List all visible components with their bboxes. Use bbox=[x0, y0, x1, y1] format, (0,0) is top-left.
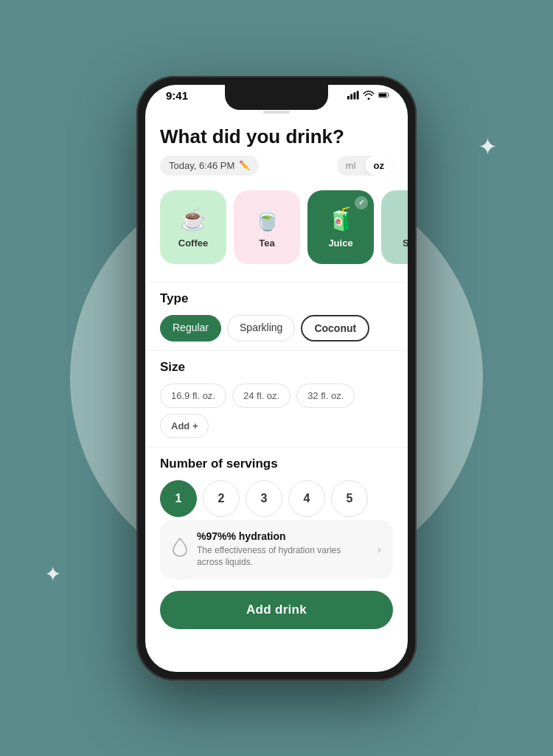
svg-rect-5 bbox=[379, 94, 386, 97]
coffee-icon: ☕ bbox=[180, 206, 207, 232]
size-section: Size 16.9 fl. oz. 24 fl. oz. 32 fl. oz. … bbox=[160, 360, 393, 438]
divider-1 bbox=[145, 282, 408, 282]
size-add-button[interactable]: Add + bbox=[160, 414, 209, 438]
phone-frame: 9:41 bbox=[136, 76, 417, 681]
water-drop-icon bbox=[172, 537, 188, 562]
date-badge[interactable]: Today, 6:46 PM ✏️ bbox=[160, 156, 259, 176]
size-24[interactable]: 24 fl. oz. bbox=[232, 384, 291, 408]
svg-rect-1 bbox=[350, 94, 352, 100]
soda-icon: 🥤 bbox=[401, 206, 408, 232]
type-section-title: Type bbox=[160, 291, 393, 306]
size-add-label: Add + bbox=[171, 420, 198, 431]
divider-2 bbox=[145, 350, 408, 351]
status-time: 9:41 bbox=[166, 89, 188, 102]
drink-card-juice[interactable]: ✓ 🧃 Juice bbox=[307, 190, 374, 264]
sparkle-decoration-tr: ✦ bbox=[478, 133, 498, 161]
date-label: Today, 6:46 PM bbox=[169, 160, 234, 171]
size-32[interactable]: 32 fl. oz. bbox=[296, 384, 355, 408]
size-pill-group: 16.9 fl. oz. 24 fl. oz. 32 fl. oz. Add + bbox=[160, 384, 393, 438]
sparkle-decoration-bl: ✦ bbox=[44, 562, 61, 586]
hydration-info-text: %97%% hydration The effectiveness of hyd… bbox=[197, 530, 369, 569]
serving-5[interactable]: 5 bbox=[331, 480, 368, 517]
servings-group: 1 2 3 4 5 bbox=[160, 480, 393, 517]
battery-icon bbox=[378, 91, 390, 100]
divider-3 bbox=[145, 447, 408, 448]
serving-3[interactable]: 3 bbox=[246, 480, 282, 517]
drink-card-coffee[interactable]: ☕ Coffee bbox=[160, 190, 226, 264]
servings-section-title: Number of servings bbox=[160, 457, 393, 471]
juice-icon: 🧃 bbox=[327, 206, 355, 232]
tea-icon: 🍵 bbox=[254, 206, 281, 232]
unit-oz[interactable]: oz bbox=[365, 156, 393, 176]
status-icons bbox=[347, 91, 390, 100]
size-169[interactable]: 16.9 fl. oz. bbox=[160, 384, 226, 408]
svg-rect-2 bbox=[353, 92, 355, 99]
chevron-right-icon: › bbox=[378, 543, 381, 556]
svg-rect-3 bbox=[357, 91, 359, 99]
signal-icon bbox=[347, 91, 359, 100]
type-sparkling[interactable]: Sparkling bbox=[227, 315, 295, 341]
hydration-info-card[interactable]: %97%% hydration The effectiveness of hyd… bbox=[160, 520, 393, 580]
serving-4[interactable]: 4 bbox=[288, 480, 325, 517]
phone-screen: 9:41 bbox=[145, 85, 408, 672]
notch bbox=[225, 85, 328, 110]
tea-label: Tea bbox=[259, 237, 274, 249]
svg-rect-0 bbox=[347, 96, 349, 100]
drink-card-soda[interactable]: 🥤 Soda bbox=[381, 190, 408, 264]
soda-label: Soda bbox=[403, 237, 408, 249]
page-title: What did you drink? bbox=[160, 125, 393, 148]
hydration-description: The effectiveness of hydration varies ac… bbox=[197, 544, 369, 569]
edit-icon[interactable]: ✏️ bbox=[239, 160, 250, 170]
servings-section: Number of servings 1 2 3 4 5 bbox=[160, 457, 393, 517]
juice-label: Juice bbox=[328, 237, 352, 249]
type-section: Type Regular Sparkling Coconut bbox=[160, 291, 393, 341]
serving-2[interactable]: 2 bbox=[203, 480, 240, 517]
serving-1[interactable]: 1 bbox=[160, 480, 197, 517]
hydration-title: %97%% hydration bbox=[197, 530, 369, 542]
type-regular[interactable]: Regular bbox=[160, 315, 221, 341]
scroll-handle bbox=[263, 111, 290, 114]
selected-checkmark: ✓ bbox=[355, 196, 368, 209]
main-content: What did you drink? Today, 6:46 PM ✏️ ml… bbox=[145, 117, 408, 672]
type-coconut[interactable]: Coconut bbox=[301, 315, 369, 341]
unit-ml[interactable]: ml bbox=[337, 156, 365, 176]
drink-card-tea[interactable]: 🍵 Tea bbox=[234, 190, 300, 264]
header-row: Today, 6:46 PM ✏️ ml oz bbox=[160, 156, 393, 176]
unit-toggle: ml oz bbox=[337, 156, 393, 176]
drink-carousel: ☕ Coffee 🍵 Tea ✓ 🧃 Juice 🥤 Soda bbox=[145, 187, 408, 273]
type-pill-group: Regular Sparkling Coconut bbox=[160, 315, 393, 341]
size-section-title: Size bbox=[160, 360, 393, 375]
wifi-icon bbox=[363, 91, 375, 100]
coffee-label: Coffee bbox=[178, 237, 208, 249]
add-drink-button[interactable]: Add drink bbox=[160, 591, 393, 629]
